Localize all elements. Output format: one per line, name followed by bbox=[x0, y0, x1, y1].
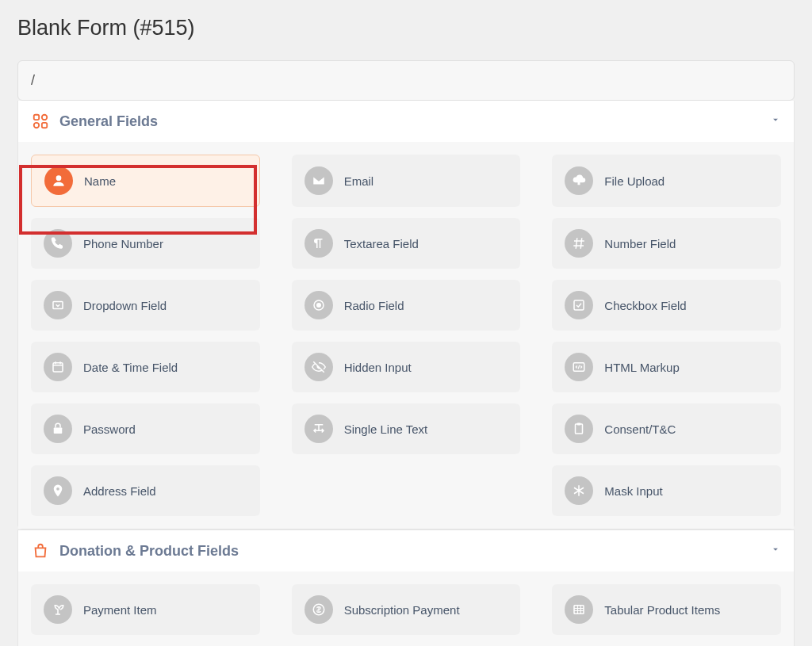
person-icon bbox=[44, 166, 73, 195]
field-label: Consent/T&C bbox=[604, 422, 676, 436]
general-fields-icon bbox=[31, 112, 50, 131]
field-label: Checkbox Field bbox=[604, 299, 686, 312]
field-number[interactable]: Number Field bbox=[552, 218, 781, 269]
field-label: Number Field bbox=[604, 237, 676, 250]
svg-point-4 bbox=[56, 175, 62, 181]
field-label: Email bbox=[344, 174, 374, 188]
svg-rect-8 bbox=[574, 300, 584, 310]
svg-rect-16 bbox=[574, 606, 584, 614]
field-address[interactable]: Address Field bbox=[31, 465, 260, 516]
field-label: File Upload bbox=[604, 174, 665, 188]
plant-icon bbox=[44, 595, 72, 624]
checkbox-icon bbox=[565, 291, 593, 319]
svg-point-1 bbox=[42, 115, 47, 120]
field-subscription-payment[interactable]: Subscription Payment bbox=[292, 584, 521, 635]
field-checkbox[interactable]: Checkbox Field bbox=[552, 280, 781, 331]
field-label: Address Field bbox=[83, 484, 156, 498]
donation-fields-icon bbox=[31, 541, 50, 560]
general-fields-section: General Fields Name Email bbox=[17, 101, 795, 529]
svg-point-2 bbox=[34, 123, 39, 128]
field-file-upload[interactable]: File Upload bbox=[552, 155, 781, 207]
toolbar-text: / bbox=[31, 72, 35, 88]
donation-fields-section: Donation & Product Fields Payment Item S… bbox=[17, 529, 795, 646]
field-label: Payment Item bbox=[83, 603, 157, 617]
lock-icon bbox=[44, 415, 72, 443]
eye-off-icon bbox=[304, 353, 333, 381]
paragraph-icon bbox=[304, 229, 333, 258]
field-mask-input[interactable]: Mask Input bbox=[552, 465, 781, 516]
asterisk-icon bbox=[565, 476, 593, 505]
field-label: Hidden Input bbox=[344, 361, 412, 374]
field-hidden-input[interactable]: Hidden Input bbox=[292, 342, 521, 392]
general-fields-header[interactable]: General Fields bbox=[18, 101, 794, 142]
donation-fields-grid: Payment Item Subscription Payment Tabula… bbox=[18, 571, 794, 646]
field-email[interactable]: Email bbox=[292, 155, 521, 207]
phone-icon bbox=[44, 229, 72, 258]
field-dropdown[interactable]: Dropdown Field bbox=[31, 280, 260, 331]
envelope-icon bbox=[304, 166, 333, 195]
field-label: Subscription Payment bbox=[344, 603, 460, 617]
clipboard-icon bbox=[565, 415, 593, 443]
field-label: Date & Time Field bbox=[83, 361, 178, 374]
cloud-upload-icon bbox=[565, 166, 593, 195]
shortcode-toolbar[interactable]: / bbox=[17, 60, 795, 101]
field-radio[interactable]: Radio Field bbox=[292, 280, 521, 331]
svg-point-14 bbox=[56, 487, 59, 491]
dropdown-icon bbox=[44, 291, 72, 319]
svg-rect-12 bbox=[576, 424, 583, 434]
code-icon bbox=[565, 353, 593, 381]
field-label: Tabular Product Items bbox=[604, 603, 720, 617]
svg-rect-13 bbox=[577, 423, 581, 426]
field-textarea[interactable]: Textarea Field bbox=[292, 218, 521, 269]
field-html-markup[interactable]: HTML Markup bbox=[552, 342, 781, 392]
pin-icon bbox=[44, 476, 72, 505]
field-label: Phone Number bbox=[83, 237, 163, 250]
field-label: Radio Field bbox=[344, 299, 404, 312]
field-single-line-text[interactable]: Single Line Text bbox=[292, 403, 521, 454]
field-payment-item[interactable]: Payment Item bbox=[31, 584, 260, 635]
page-title: Blank Form (#515) bbox=[0, 0, 812, 52]
general-fields-grid: Name Email File Upload Phone Number bbox=[18, 142, 794, 529]
field-label: Dropdown Field bbox=[83, 299, 167, 312]
text-width-icon bbox=[304, 415, 333, 443]
svg-rect-0 bbox=[34, 115, 39, 120]
field-consent[interactable]: Consent/T&C bbox=[552, 403, 781, 454]
hash-icon bbox=[565, 229, 593, 258]
table-icon bbox=[565, 595, 593, 624]
field-label: Textarea Field bbox=[344, 237, 419, 250]
svg-point-7 bbox=[316, 303, 321, 308]
donation-fields-header[interactable]: Donation & Product Fields bbox=[18, 530, 794, 571]
field-label: Mask Input bbox=[604, 484, 662, 498]
field-name[interactable]: Name bbox=[31, 155, 260, 207]
general-fields-title: General Fields bbox=[59, 113, 158, 130]
radio-icon bbox=[304, 291, 333, 319]
field-label: Name bbox=[84, 174, 116, 188]
field-tabular-product-items[interactable]: Tabular Product Items bbox=[552, 584, 781, 635]
chevron-down-icon bbox=[770, 544, 781, 558]
field-date-time[interactable]: Date & Time Field bbox=[31, 342, 260, 392]
svg-rect-5 bbox=[53, 302, 63, 309]
donation-fields-title: Donation & Product Fields bbox=[59, 543, 239, 560]
field-phone-number[interactable]: Phone Number bbox=[31, 218, 260, 269]
calendar-icon bbox=[44, 353, 72, 381]
svg-rect-3 bbox=[42, 123, 47, 128]
field-label: Password bbox=[83, 422, 136, 436]
field-label: Single Line Text bbox=[344, 422, 428, 436]
svg-rect-11 bbox=[54, 428, 63, 434]
svg-rect-9 bbox=[53, 363, 63, 372]
field-label: HTML Markup bbox=[604, 361, 679, 374]
chevron-down-icon bbox=[770, 114, 781, 128]
dollar-icon bbox=[304, 595, 333, 624]
field-password[interactable]: Password bbox=[31, 403, 260, 454]
